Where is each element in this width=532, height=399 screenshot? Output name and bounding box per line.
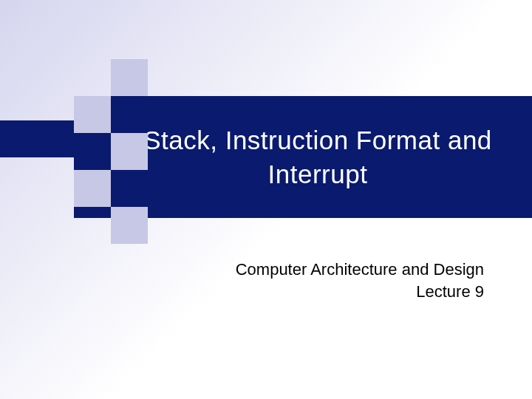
accent-square — [111, 133, 148, 170]
accent-square — [74, 96, 111, 133]
accent-square — [0, 120, 74, 157]
accent-square — [111, 59, 148, 96]
accent-square — [74, 170, 111, 207]
subtitle-block: Computer Architecture and Design Lecture… — [236, 259, 484, 302]
subtitle-line1: Computer Architecture and Design — [236, 259, 484, 281]
subtitle-line2: Lecture 9 — [236, 281, 484, 303]
accent-square — [111, 207, 148, 244]
slide-title: Stack, Instruction Format and Interrupt — [140, 123, 495, 191]
